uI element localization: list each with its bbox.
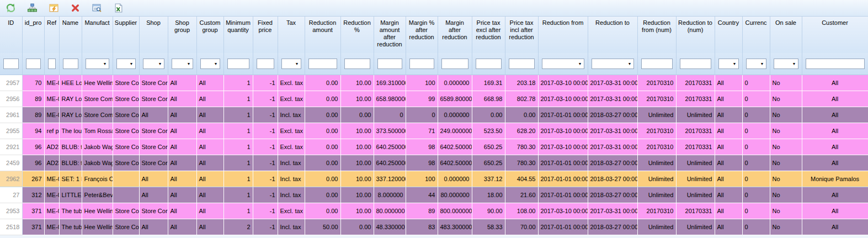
cell-tax[interactable]: Excl. tax <box>278 139 305 155</box>
cell-currency[interactable]: 0 <box>742 203 770 219</box>
cell-ref[interactable]: ME-0 <box>44 203 59 219</box>
filter-input-name[interactable] <box>63 59 78 69</box>
cell-from_num[interactable]: Unlimited <box>637 219 676 235</box>
cell-min_qty[interactable]: 2 <box>223 219 253 235</box>
cell-shop[interactable]: All <box>139 187 168 203</box>
cell-reduction_pct[interactable]: 10.00 <box>340 187 374 203</box>
cell-margin_after[interactable]: 6402.50000 <box>438 155 472 171</box>
cell-reduction_pct[interactable]: 10.00 <box>340 75 374 91</box>
cell-on_sale[interactable]: No <box>770 155 802 171</box>
cell-customer_group[interactable]: All <box>196 91 223 107</box>
cell-to_num[interactable]: Unlimited <box>676 171 715 187</box>
cell-reduction_to[interactable]: 2017-03-31 00:00:00 <box>588 123 637 139</box>
cell-on_sale[interactable]: No <box>770 171 802 187</box>
cell-to_num[interactable]: 20170331 <box>676 123 715 139</box>
header-cell-margin_amount[interactable]: Margin amount after reduction <box>374 17 406 53</box>
cell-id_pro[interactable]: 96 <box>22 139 44 155</box>
cell-id_pro[interactable]: 89 <box>22 107 44 123</box>
header-cell-id_pro[interactable]: id_pro <box>22 17 44 53</box>
cell-reduction_from[interactable]: 2017-01-01 00:00:00 <box>538 219 588 235</box>
cell-reduction_to[interactable]: 2018-03-27 00:00:00 <box>588 187 637 203</box>
cell-min_qty[interactable]: 1 <box>223 91 253 107</box>
cell-reduction_pct[interactable]: 10.00 <box>340 123 374 139</box>
refresh-icon[interactable] <box>4 2 17 14</box>
cell-to_num[interactable]: Unlimited <box>676 107 715 123</box>
filter-select-shop_group[interactable]: ▼ <box>172 59 193 69</box>
cell-fixed_price[interactable]: -1 <box>253 75 278 91</box>
cell-customer_group[interactable]: All <box>196 139 223 155</box>
cell-margin_pct[interactable]: 0 <box>406 107 438 123</box>
header-cell-margin_pct[interactable]: Margin % after reduction <box>406 17 438 53</box>
table-row[interactable]: 2953371ME-0The tubHee WellinStore CorSto… <box>0 203 868 219</box>
cell-min_qty[interactable]: 1 <box>223 123 253 139</box>
cell-manufacturer[interactable]: Hee Wellin <box>82 75 113 91</box>
cell-reduction_amount[interactable]: 0.00 <box>305 203 340 219</box>
cell-price_incl[interactable]: 108.00 <box>505 203 538 219</box>
cell-to_num[interactable]: Unlimited <box>676 187 715 203</box>
cell-customer_group[interactable]: All <box>196 155 223 171</box>
cell-shop[interactable]: All <box>139 219 168 235</box>
cell-price_excl[interactable]: 668.98 <box>472 91 505 107</box>
cell-reduction_to[interactable]: 2017-03-31 00:00:00 <box>588 75 637 91</box>
cell-currency[interactable]: 0 <box>742 107 770 123</box>
cell-name[interactable]: LITTLE I <box>59 187 82 203</box>
cell-reduction_from[interactable]: 2017-01-01 00:00:00 <box>538 155 588 171</box>
header-cell-price_excl[interactable]: Price tax excl after reduction <box>472 17 505 53</box>
cell-fixed_price[interactable]: -1 <box>253 107 278 123</box>
cell-to_num[interactable]: Unlimited <box>676 155 715 171</box>
cell-margin_pct[interactable]: 100 <box>406 75 438 91</box>
cell-currency[interactable]: 0 <box>742 155 770 171</box>
cell-on_sale[interactable]: No <box>770 91 802 107</box>
cell-reduction_from[interactable]: 2017-03-10 00:00:00 <box>538 203 588 219</box>
cell-id[interactable]: 27 <box>0 187 22 203</box>
cell-ref[interactable]: ME-0 <box>44 91 59 107</box>
filter-input-customer[interactable] <box>806 59 865 69</box>
cell-id_pro[interactable]: 371 <box>22 219 44 235</box>
cell-customer[interactable]: All <box>802 219 868 235</box>
cell-id[interactable]: 2518 <box>0 219 22 235</box>
cell-customer[interactable]: All <box>802 203 868 219</box>
cell-reduction_pct[interactable]: 0.00 <box>340 219 374 235</box>
cell-price_excl[interactable]: 650.25 <box>472 139 505 155</box>
cell-margin_amount[interactable]: 0 <box>374 107 406 123</box>
table-row[interactable]: 2518371ME-0The tubHee WellinStore CorAll… <box>0 219 868 235</box>
cell-margin_pct[interactable]: 98 <box>406 155 438 171</box>
cell-from_num[interactable]: Unlimited <box>637 171 676 187</box>
cell-price_incl[interactable]: 628.20 <box>505 123 538 139</box>
header-cell-name[interactable]: Name <box>59 17 82 53</box>
cell-name[interactable]: The tub <box>59 203 82 219</box>
cell-on_sale[interactable]: No <box>770 75 802 91</box>
cell-id[interactable]: 2957 <box>0 75 22 91</box>
table-row[interactable]: 27312ME-0LITTLE IPeter&BevAllAllAll1-1In… <box>0 187 868 203</box>
cell-customer_group[interactable]: All <box>196 187 223 203</box>
cell-margin_after[interactable]: 800.000000 <box>438 203 472 219</box>
cell-customer_group[interactable]: All <box>196 203 223 219</box>
cell-from_num[interactable]: 20170310 <box>637 123 676 139</box>
cell-fixed_price[interactable]: -1 <box>253 187 278 203</box>
cell-id_pro[interactable]: 94 <box>22 123 44 139</box>
cell-fixed_price[interactable]: -1 <box>253 155 278 171</box>
cell-from_num[interactable]: Unlimited <box>637 155 676 171</box>
cell-price_incl[interactable]: 203.18 <box>505 75 538 91</box>
filter-input-reduction_pct[interactable] <box>344 59 370 69</box>
cell-country[interactable]: All <box>715 91 742 107</box>
cell-customer[interactable]: All <box>802 75 868 91</box>
cell-country[interactable]: All <box>715 75 742 91</box>
header-cell-customer_group[interactable]: Custom group <box>196 17 223 53</box>
cell-margin_after[interactable]: 483.300000 <box>438 219 472 235</box>
cell-tax[interactable]: Incl. tax <box>278 107 305 123</box>
header-cell-to_num[interactable]: Reduction to (num) <box>676 17 715 53</box>
filter-input-fixed_price[interactable] <box>257 59 274 69</box>
cell-id_pro[interactable]: 267 <box>22 171 44 187</box>
filter-input-price_excl[interactable] <box>476 59 502 69</box>
cell-reduction_from[interactable]: 2017-01-01 00:00:00 <box>538 171 588 187</box>
filter-input-ref[interactable] <box>48 59 56 69</box>
cell-price_incl[interactable]: 780.30 <box>505 139 538 155</box>
cell-min_qty[interactable]: 1 <box>223 171 253 187</box>
cell-currency[interactable]: 0 <box>742 171 770 187</box>
cell-reduction_to[interactable]: 2018-03-27 00:00:00 <box>588 107 637 123</box>
cell-supplier[interactable]: Store Cor <box>113 219 139 235</box>
cell-manufacturer[interactable]: Hee Wellin <box>82 203 113 219</box>
cell-reduction_to[interactable]: 2017-03-31 00:00:00 <box>588 139 637 155</box>
filter-select-currency[interactable]: ▼ <box>746 59 766 69</box>
